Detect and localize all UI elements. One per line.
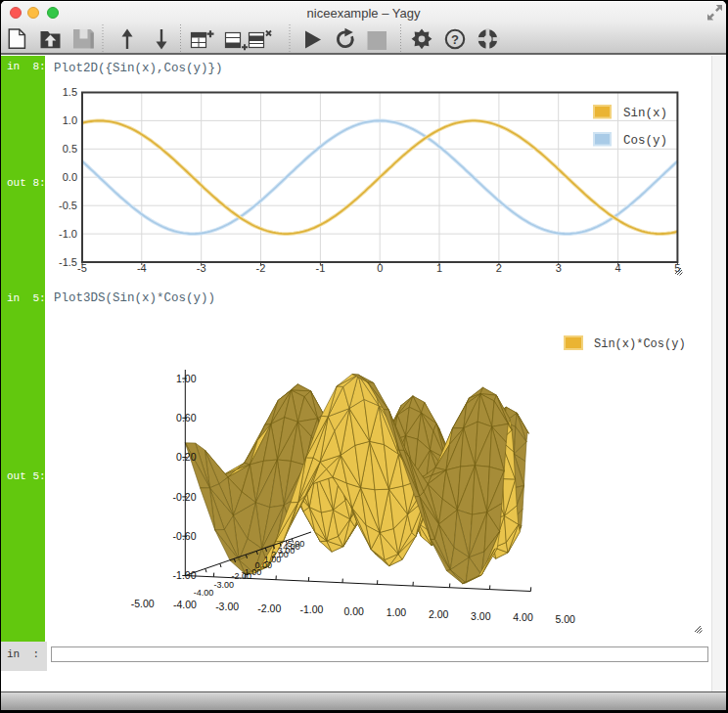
svg-text:1.00: 1.00 (176, 373, 197, 384)
svg-text:5.00: 5.00 (288, 539, 305, 549)
svg-text:-4.00: -4.00 (173, 599, 197, 610)
svg-text:5.00: 5.00 (555, 613, 575, 625)
svg-text:0.00: 0.00 (343, 605, 364, 617)
svg-text:4.00: 4.00 (513, 611, 533, 623)
svg-text:-3.00: -3.00 (213, 580, 234, 590)
svg-text:-2.00: -2.00 (257, 602, 281, 614)
svg-text:0.0: 0.0 (63, 171, 77, 183)
svg-text:-1.0: -1.0 (59, 228, 77, 240)
svg-text:-1.5: -1.5 (59, 256, 77, 268)
svg-text:-5.00: -5.00 (131, 598, 155, 609)
svg-text:Sin(x): Sin(x) (623, 107, 667, 120)
svg-text:-0.60: -0.60 (173, 530, 197, 542)
svg-text:1.00: 1.00 (387, 606, 407, 618)
svg-text:-0.20: -0.20 (173, 491, 197, 503)
svg-text:1.5: 1.5 (63, 86, 77, 98)
svg-text:-0.5: -0.5 (59, 200, 77, 211)
svg-text:1.0: 1.0 (63, 114, 77, 126)
svg-text:0.5: 0.5 (63, 143, 77, 155)
svg-text:0.20: 0.20 (176, 451, 197, 463)
svg-text:-1.00: -1.00 (173, 569, 197, 581)
svg-text:-4.00: -4.00 (194, 588, 214, 598)
svg-text:3.00: 3.00 (471, 610, 491, 622)
svg-text:?: ? (451, 32, 459, 47)
svg-text:2.00: 2.00 (429, 608, 449, 620)
svg-text:0.60: 0.60 (176, 412, 197, 423)
svg-text:-1.00: -1.00 (300, 603, 324, 615)
svg-text:Sin(x)*Cos(y): Sin(x)*Cos(y) (594, 337, 686, 351)
svg-text:Cos(y): Cos(y) (623, 134, 667, 148)
svg-text:-3.00: -3.00 (215, 601, 239, 612)
